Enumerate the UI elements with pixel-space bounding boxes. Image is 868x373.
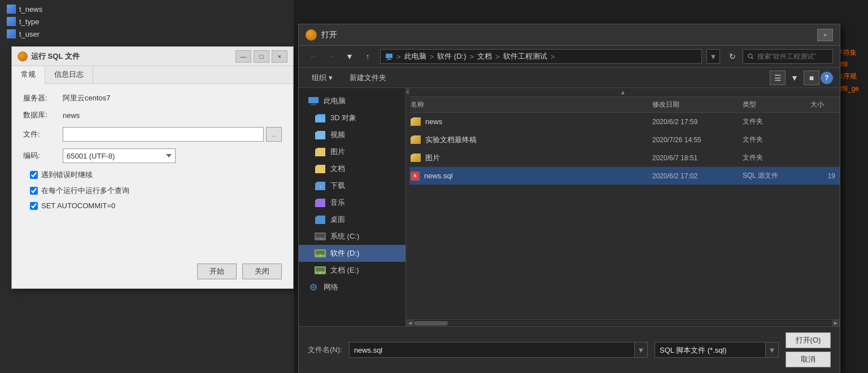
nav-item-music[interactable]: 音乐 bbox=[299, 194, 405, 211]
file-name-images: 图片 bbox=[406, 153, 648, 163]
addr-part-docs[interactable]: 文档 bbox=[477, 51, 492, 62]
col-header-type[interactable]: 类型 bbox=[738, 100, 806, 109]
view-grid-button[interactable]: ■ bbox=[804, 71, 819, 85]
nav-item-3d[interactable]: 3D 对象 bbox=[299, 109, 405, 126]
nav-label-network: 网络 bbox=[324, 282, 338, 292]
help-button[interactable]: ? bbox=[821, 72, 833, 84]
svg-text:↓: ↓ bbox=[319, 184, 321, 189]
hscrollbar: ◀ ▶ bbox=[406, 319, 840, 326]
close-button[interactable]: × bbox=[272, 50, 287, 63]
search-input[interactable] bbox=[757, 52, 828, 60]
database-row: 数据库: news bbox=[23, 110, 282, 120]
filename-input[interactable] bbox=[349, 342, 634, 358]
file-dialog-app-icon bbox=[306, 29, 317, 41]
tree-item-t_user[interactable]: t_user bbox=[6, 28, 43, 40]
nav-item-pictures[interactable]: 图片 bbox=[299, 143, 405, 160]
browse-button[interactable]: ... bbox=[266, 127, 282, 142]
file-row-images[interactable]: 图片 2020/6/7 18:51 文件夹 bbox=[406, 149, 840, 167]
file-area: ▲ 名称 修改日期 类型 大小 news 2020/6/2 17:59 文件 bbox=[406, 88, 840, 326]
addr-part-computer[interactable]: 此电脑 bbox=[404, 51, 426, 62]
nav-label-desktop: 桌面 bbox=[330, 214, 345, 225]
tab-general[interactable]: 常规 bbox=[12, 66, 45, 84]
nav-item-downloads[interactable]: ↓ 下载 bbox=[299, 177, 405, 194]
file-list: news 2020/6/2 17:59 文件夹 实验文档最终稿 2020/7/2… bbox=[406, 113, 840, 319]
dialog-close-button[interactable]: 关闭 bbox=[242, 264, 282, 279]
nav-item-network[interactable]: 网络 bbox=[299, 279, 405, 296]
maximize-button[interactable]: □ bbox=[254, 50, 269, 63]
table-icon-t_user bbox=[7, 29, 16, 38]
file-input[interactable] bbox=[63, 127, 264, 142]
refresh-button[interactable]: ↻ bbox=[725, 49, 740, 64]
filetype-dropdown-btn[interactable]: ▼ bbox=[765, 342, 779, 358]
svg-line-4 bbox=[752, 58, 753, 59]
hscrollbar-track[interactable] bbox=[414, 321, 832, 326]
view-btn-dropdown[interactable]: ▼ bbox=[787, 71, 802, 85]
start-button[interactable]: 开始 bbox=[197, 264, 237, 279]
folder-downloads-icon: ↓ bbox=[315, 181, 326, 190]
hscroll-right[interactable]: ▶ bbox=[832, 320, 840, 327]
organize-button[interactable]: 组织 ▾ bbox=[306, 70, 339, 86]
folder-pictures-icon bbox=[315, 147, 326, 156]
file-dialog-close-button[interactable]: × bbox=[817, 29, 833, 41]
file-row-experiment[interactable]: 实验文档最终稿 2020/7/26 14:55 文件夹 bbox=[406, 131, 840, 149]
tree-item-t_news[interactable]: t_news bbox=[6, 3, 43, 15]
file-row-news[interactable]: news 2020/6/2 17:59 文件夹 bbox=[406, 113, 840, 131]
search-box bbox=[743, 49, 833, 64]
folder-icon bbox=[411, 117, 421, 126]
file-size-news-sql: 19 bbox=[806, 172, 840, 180]
new-folder-button[interactable]: 新建文件夹 bbox=[343, 70, 392, 86]
nav-item-documents[interactable]: 文档 bbox=[299, 160, 405, 177]
nav-label-documents: 文档 bbox=[330, 164, 345, 174]
back-button[interactable]: ← bbox=[306, 49, 321, 64]
col-header-name[interactable]: 名称 bbox=[406, 100, 648, 109]
file-row-news-sql[interactable]: S news.sql 2020/6/2 17:02 SQL 源文件 19 bbox=[406, 167, 840, 185]
run-sql-title: 运行 SQL 文件 bbox=[18, 51, 80, 62]
file-type-news-sql: SQL 源文件 bbox=[738, 171, 806, 181]
minimize-button[interactable]: — bbox=[235, 50, 251, 63]
checkbox-continue-on-error-input[interactable] bbox=[30, 171, 38, 179]
nav-label-3d: 3D 对象 bbox=[330, 113, 356, 123]
file-type-experiment: 文件夹 bbox=[738, 135, 806, 144]
nav-item-desktop[interactable]: 桌面 bbox=[299, 211, 405, 228]
svg-rect-2 bbox=[387, 59, 391, 60]
nav-item-drive-d[interactable]: 软件 (D:) bbox=[299, 245, 405, 262]
filetype-select[interactable]: SQL 脚本文件 (*.sql) bbox=[655, 342, 765, 358]
folder-desktop-icon bbox=[315, 215, 326, 224]
file-name-news: news bbox=[406, 117, 648, 126]
col-header-date[interactable]: 修改日期 bbox=[648, 100, 738, 109]
svg-rect-0 bbox=[386, 54, 392, 58]
checkbox-autocommit-input[interactable] bbox=[30, 202, 38, 210]
dropdown-button[interactable]: ▼ bbox=[342, 49, 357, 64]
nav-item-computer[interactable]: 此电脑 bbox=[299, 93, 405, 109]
hscroll-left[interactable]: ◀ bbox=[406, 320, 414, 327]
hscrollbar-thumb[interactable] bbox=[414, 321, 448, 326]
forward-button[interactable]: → bbox=[324, 49, 339, 64]
tab-info-log[interactable]: 信息日志 bbox=[45, 66, 93, 84]
addr-dropdown-btn[interactable]: ▼ bbox=[706, 49, 720, 64]
view-details-button[interactable]: ☰ bbox=[770, 71, 786, 85]
filetype-select-wrap: SQL 脚本文件 (*.sql) ▼ bbox=[655, 342, 779, 358]
nav-scroll-up[interactable]: ▲ bbox=[406, 88, 409, 95]
file-input-container: ... bbox=[63, 127, 282, 142]
address-bar[interactable]: > 此电脑 > 软件 (D:) > 文档 > 软件工程测试 > bbox=[380, 49, 702, 64]
network-icon bbox=[308, 283, 319, 292]
nav-item-drive-e[interactable]: 文档 (E:) bbox=[299, 262, 405, 279]
encoding-label: 编码: bbox=[23, 151, 63, 161]
open-button[interactable]: 打开(O) bbox=[786, 332, 831, 348]
nav-item-video[interactable]: 视频 bbox=[299, 126, 405, 143]
svg-rect-10 bbox=[316, 234, 325, 238]
nav-item-drive-c[interactable]: 系统 (C:) bbox=[299, 228, 405, 245]
nav-label-pictures: 图片 bbox=[330, 147, 345, 157]
cancel-button[interactable]: 取消 bbox=[786, 352, 831, 367]
encoding-select[interactable]: 65001 (UTF-8) bbox=[63, 148, 176, 163]
tree-item-t_type[interactable]: t_type bbox=[6, 15, 43, 28]
col-header-size[interactable]: 大小 bbox=[806, 100, 840, 109]
filename-dropdown-btn[interactable]: ▼ bbox=[634, 342, 648, 358]
up-button[interactable]: ↑ bbox=[360, 49, 376, 64]
search-icon bbox=[748, 53, 754, 60]
sidebar-collation-label: 排序规 bbox=[836, 71, 866, 82]
checkbox-multi-query-input[interactable] bbox=[30, 187, 38, 195]
addr-part-drive[interactable]: 软件 (D:) bbox=[437, 51, 466, 62]
addr-part-folder[interactable]: 软件工程测试 bbox=[503, 51, 547, 62]
svg-point-14 bbox=[320, 255, 321, 257]
